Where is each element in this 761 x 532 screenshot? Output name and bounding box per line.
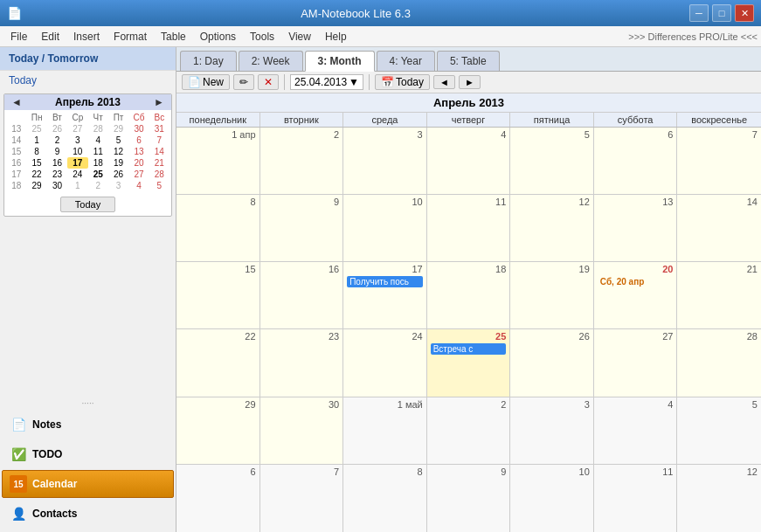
menu-help[interactable]: Help	[318, 29, 354, 45]
toolbar: 📄 New ✏ ✕ 25.04.2013 ▼ 📅 Today ◄ ►	[176, 72, 761, 93]
cal-cell-7[interactable]: 7	[677, 128, 761, 194]
close-button[interactable]: ✕	[735, 4, 754, 22]
mini-cal-row-14: 14 1 2 3 4 5 6 7	[6, 135, 169, 146]
mini-cal-next[interactable]: ►	[150, 96, 168, 108]
sidebar-notes[interactable]: 📄 Notes	[2, 411, 174, 439]
cal-dow-tue: вторник	[260, 113, 344, 127]
cal-cell-10may[interactable]: 10	[510, 465, 594, 532]
cal-cell-18[interactable]: 18	[427, 262, 511, 328]
cal-cell-6may[interactable]: 6	[176, 465, 260, 532]
cal-cell-16[interactable]: 16	[260, 262, 344, 328]
cal-cell-26[interactable]: 26	[510, 329, 594, 396]
mini-cal-row-16: 16 15 16 17 18 19 20 21	[6, 157, 169, 169]
event-17[interactable]: Получить пось	[347, 276, 423, 287]
menu-format[interactable]: Format	[107, 29, 154, 45]
cal-cell-10[interactable]: 10	[343, 195, 427, 261]
cal-cell-6[interactable]: 6	[594, 128, 678, 194]
cal-cell-7may[interactable]: 7	[260, 465, 344, 532]
tab-year[interactable]: 4: Year	[377, 51, 435, 71]
sidebar-contacts[interactable]: 👤 Contacts	[2, 500, 174, 528]
next-button[interactable]: ►	[459, 75, 481, 89]
cal-cell-1may[interactable]: 1 май	[343, 397, 427, 464]
tab-month[interactable]: 3: Month	[305, 51, 375, 72]
delete-button[interactable]: ✕	[258, 74, 279, 90]
cal-cell-12may[interactable]: 12	[677, 465, 761, 532]
calendar-container: Апрель 2013 понедельник вторник среда че…	[176, 93, 761, 532]
mini-cal-row-13: 13 25 26 27 28 29 30 31	[6, 123, 169, 135]
menu-tools[interactable]: Tools	[243, 29, 281, 45]
menu-options[interactable]: Options	[193, 29, 243, 45]
maximize-button[interactable]: □	[712, 4, 731, 22]
cal-cell-13[interactable]: 13	[594, 195, 678, 261]
cal-grid: 1 апр 2 3 4 5 6 7 8 9 10 11 12 13 14	[176, 128, 761, 532]
cal-cell-20[interactable]: 20 Сб, 20 апр	[594, 262, 678, 328]
app-body: Today / Tomorrow Today ◄ Апрель 2013 ► П…	[0, 47, 761, 532]
cal-cell-11may[interactable]: 11	[594, 465, 678, 532]
menu-insert[interactable]: Insert	[66, 29, 107, 45]
cal-cell-14[interactable]: 14	[677, 195, 761, 261]
cal-cell-25-today[interactable]: 25 Встреча с	[427, 329, 511, 396]
sidebar: Today / Tomorrow Today ◄ Апрель 2013 ► П…	[0, 47, 176, 532]
cal-cell-8[interactable]: 8	[176, 195, 260, 261]
menu-file[interactable]: File	[3, 29, 34, 45]
minimize-button[interactable]: ─	[689, 4, 709, 22]
today-link[interactable]: Today	[0, 71, 176, 90]
cal-cell-4may[interactable]: 4	[594, 397, 678, 464]
menu-view[interactable]: View	[281, 29, 318, 45]
cal-cell-23[interactable]: 23	[260, 329, 344, 396]
event-20[interactable]: Сб, 20 апр	[598, 276, 674, 287]
cal-dow-row: понедельник вторник среда четверг пятниц…	[176, 113, 761, 128]
toolbar-sep1	[284, 74, 285, 90]
cal-cell-30[interactable]: 30	[260, 397, 344, 464]
cal-cell-11[interactable]: 11	[427, 195, 511, 261]
date-dropdown-icon[interactable]: ▼	[349, 76, 359, 88]
prev-button[interactable]: ◄	[433, 75, 455, 89]
cal-cell-9[interactable]: 9	[260, 195, 344, 261]
cal-cell-8may[interactable]: 8	[343, 465, 427, 532]
cal-cell-24[interactable]: 24	[343, 329, 427, 396]
edit-button[interactable]: ✏	[233, 74, 254, 90]
cal-cell-15[interactable]: 15	[176, 262, 260, 328]
cal-cell-28[interactable]: 28	[677, 329, 761, 396]
cal-dow-mon: понедельник	[176, 113, 260, 127]
date-picker[interactable]: 25.04.2013 ▼	[290, 74, 363, 90]
cal-cell-17[interactable]: 17 Получить пось	[343, 262, 427, 328]
cal-week-6: 6 7 8 9 10 11 12	[176, 465, 761, 532]
tab-table[interactable]: 5: Table	[437, 51, 500, 71]
contacts-icon: 👤	[10, 505, 27, 522]
cal-cell-1apr[interactable]: 1 апр	[176, 128, 260, 194]
cal-cell-29[interactable]: 29	[176, 397, 260, 464]
cal-cell-5may[interactable]: 5	[677, 397, 761, 464]
cal-cell-9may[interactable]: 9	[427, 465, 511, 532]
cal-cell-21[interactable]: 21	[677, 262, 761, 328]
mini-cal-header: ◄ Апрель 2013 ►	[4, 94, 171, 110]
event-25[interactable]: Встреча с	[431, 343, 507, 355]
new-label: New	[203, 76, 224, 88]
cal-dow-wed: среда	[343, 113, 427, 127]
cal-cell-5[interactable]: 5	[510, 128, 594, 194]
cal-cell-2may[interactable]: 2	[427, 397, 511, 464]
cal-cell-2[interactable]: 2	[260, 128, 344, 194]
mini-cal-prev[interactable]: ◄	[8, 96, 25, 108]
mini-cal-title: Апрель 2013	[55, 96, 121, 108]
sidebar-calendar[interactable]: 15 Calendar	[2, 470, 174, 498]
date-value: 25.04.2013	[294, 76, 347, 88]
cal-cell-19[interactable]: 19	[510, 262, 594, 328]
title-bar: 📄 AM-Notebook Lite 6.3 ─ □ ✕	[0, 0, 761, 26]
cal-cell-22[interactable]: 22	[176, 329, 260, 396]
cal-cell-12[interactable]: 12	[510, 195, 594, 261]
toolbar-today-btn[interactable]: 📅 Today	[375, 74, 430, 90]
cal-cell-3[interactable]: 3	[343, 128, 427, 194]
new-button[interactable]: 📄 New	[182, 74, 230, 90]
menu-edit[interactable]: Edit	[34, 29, 66, 45]
cal-cell-4[interactable]: 4	[427, 128, 511, 194]
mini-cal-row-17: 17 22 23 24 25 26 27 28	[6, 169, 169, 180]
mini-cal-today-btn[interactable]: Today	[60, 197, 115, 212]
tab-day[interactable]: 1: Day	[180, 51, 237, 71]
today-tomorrow-nav[interactable]: Today / Tomorrow	[0, 47, 176, 71]
tab-week[interactable]: 2: Week	[239, 51, 303, 71]
sidebar-todo[interactable]: ✅ TODO	[2, 440, 174, 468]
menu-table[interactable]: Table	[154, 29, 193, 45]
cal-cell-3may[interactable]: 3	[510, 397, 594, 464]
cal-cell-27[interactable]: 27	[594, 329, 678, 396]
